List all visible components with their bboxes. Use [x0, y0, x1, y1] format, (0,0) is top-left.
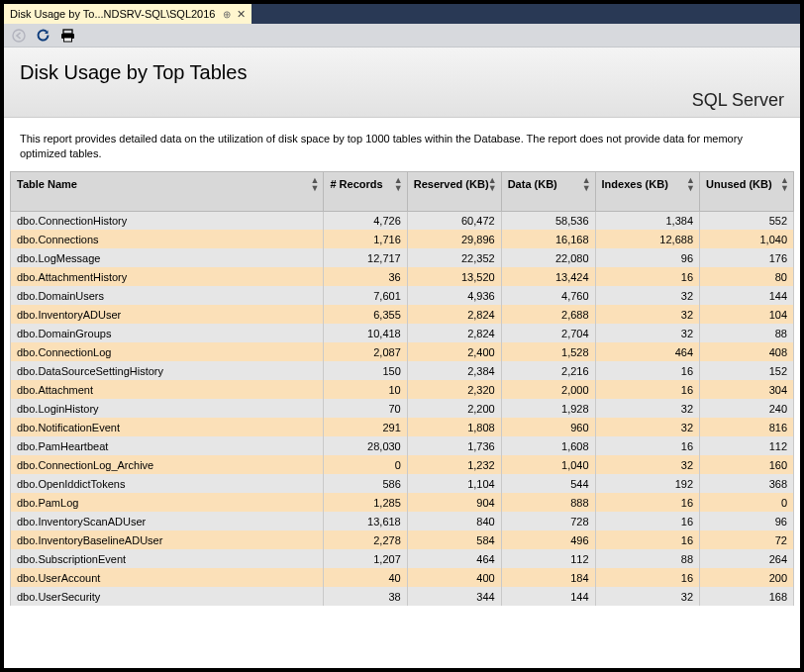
column-header-label: # Records [330, 178, 382, 190]
svg-rect-1 [63, 30, 72, 34]
sort-icon[interactable]: ▲ ▼ [780, 176, 789, 192]
cell-value: 816 [700, 418, 794, 436]
cell-table-name: dbo.PamLog [11, 493, 324, 512]
document-tab[interactable]: Disk Usage by To...NDSRV-SQL\SQL2016 ⊕ ✕ [4, 4, 251, 24]
cell-value: 496 [501, 530, 595, 549]
cell-value: 728 [501, 512, 595, 530]
cell-value: 32 [595, 399, 699, 418]
sort-icon[interactable]: ▲ ▼ [394, 176, 403, 192]
cell-table-name: dbo.DomainUsers [11, 286, 324, 305]
svg-point-0 [13, 30, 25, 42]
table-row[interactable]: dbo.ConnectionLog_Archive01,2321,0403216… [11, 455, 794, 474]
print-icon[interactable] [60, 29, 75, 43]
table-row[interactable]: dbo.DomainUsers7,6014,9364,76032144 [11, 286, 794, 305]
cell-value: 22,080 [501, 248, 595, 267]
cell-table-name: dbo.Connections [11, 230, 324, 248]
column-header[interactable]: Reserved (KB)▲ ▼ [407, 171, 501, 211]
close-icon[interactable]: ✕ [237, 8, 246, 21]
report-title: Disk Usage by Top Tables [20, 61, 784, 84]
cell-value: 464 [595, 342, 699, 361]
cell-table-name: dbo.OpenIddictTokens [11, 474, 324, 493]
title-bar: Disk Usage by To...NDSRV-SQL\SQL2016 ⊕ ✕ [4, 4, 800, 24]
cell-value: 112 [501, 549, 595, 568]
cell-value: 10,418 [324, 324, 407, 342]
cell-value: 304 [700, 380, 794, 399]
table-row[interactable]: dbo.InventoryBaselineADUser2,27858449616… [11, 530, 794, 549]
cell-table-name: dbo.UserSecurity [11, 587, 324, 606]
cell-value: 16 [595, 493, 699, 512]
table-row[interactable]: dbo.SubscriptionEvent1,20746411288264 [11, 549, 794, 568]
column-header-label: Indexes (KB) [602, 178, 668, 190]
table-row[interactable]: dbo.UserAccount4040018416200 [11, 568, 794, 587]
cell-table-name: dbo.Attachment [11, 380, 324, 399]
sort-icon[interactable]: ▲ ▼ [582, 176, 591, 192]
cell-table-name: dbo.InventoryBaselineADUser [11, 530, 324, 549]
table-row[interactable]: dbo.AttachmentHistory3613,52013,4241680 [11, 267, 794, 286]
cell-value: 1,608 [501, 436, 595, 455]
sort-icon[interactable]: ▲ ▼ [488, 176, 497, 192]
pin-icon[interactable]: ⊕ [223, 9, 231, 20]
cell-value: 552 [700, 211, 794, 230]
cell-value: 16 [595, 512, 699, 530]
cell-table-name: dbo.ConnectionHistory [11, 211, 324, 230]
cell-value: 2,824 [407, 324, 501, 342]
cell-value: 368 [700, 474, 794, 493]
cell-value: 80 [700, 267, 794, 286]
table-row[interactable]: dbo.DataSourceSettingHistory1502,3842,21… [11, 361, 794, 380]
cell-value: 60,472 [407, 211, 501, 230]
cell-value: 464 [407, 549, 501, 568]
table-row[interactable]: dbo.ConnectionHistory4,72660,47258,5361,… [11, 211, 794, 230]
cell-value: 58,536 [501, 211, 595, 230]
table-row[interactable]: dbo.Attachment102,3202,00016304 [11, 380, 794, 399]
table-row[interactable]: dbo.ConnectionLog2,0872,4001,528464408 [11, 342, 794, 361]
cell-value: 36 [324, 267, 407, 286]
sort-icon[interactable]: ▲ ▼ [310, 176, 319, 192]
table-row[interactable]: dbo.DomainGroups10,4182,8242,7043288 [11, 324, 794, 342]
cell-value: 4,760 [501, 286, 595, 305]
table-row[interactable]: dbo.LogMessage12,71722,35222,08096176 [11, 248, 794, 267]
cell-value: 144 [700, 286, 794, 305]
cell-value: 16,168 [501, 230, 595, 248]
refresh-icon[interactable] [36, 28, 50, 43]
table-row[interactable]: dbo.InventoryADUser6,3552,8242,68832104 [11, 305, 794, 324]
cell-value: 2,688 [501, 305, 595, 324]
table-row[interactable]: dbo.Connections1,71629,89616,16812,6881,… [11, 230, 794, 248]
cell-value: 16 [595, 380, 699, 399]
cell-value: 32 [595, 587, 699, 606]
table-row[interactable]: dbo.InventoryScanADUser13,6188407281696 [11, 512, 794, 530]
sort-icon[interactable]: ▲ ▼ [686, 176, 695, 192]
cell-value: 70 [324, 399, 407, 418]
cell-value: 2,216 [501, 361, 595, 380]
column-header[interactable]: Indexes (KB)▲ ▼ [595, 171, 699, 211]
table-row[interactable]: dbo.OpenIddictTokens5861,104544192368 [11, 474, 794, 493]
cell-table-name: dbo.ConnectionLog_Archive [11, 455, 324, 474]
cell-table-name: dbo.DataSourceSettingHistory [11, 361, 324, 380]
column-header[interactable]: Table Name▲ ▼ [11, 171, 324, 211]
cell-value: 200 [700, 568, 794, 587]
cell-value: 150 [324, 361, 407, 380]
cell-value: 16 [595, 361, 699, 380]
cell-value: 32 [595, 286, 699, 305]
table-row[interactable]: dbo.NotificationEvent2911,80896032816 [11, 418, 794, 436]
cell-value: 22,352 [407, 248, 501, 267]
cell-table-name: dbo.PamHeartbeat [11, 436, 324, 455]
cell-value: 904 [407, 493, 501, 512]
cell-value: 16 [595, 530, 699, 549]
table-row[interactable]: dbo.PamHeartbeat28,0301,7361,60816112 [11, 436, 794, 455]
column-header[interactable]: Unused (KB)▲ ▼ [700, 171, 794, 211]
column-header[interactable]: Data (KB)▲ ▼ [501, 171, 595, 211]
cell-value: 16 [595, 568, 699, 587]
cell-value: 344 [407, 587, 501, 606]
cell-value: 13,424 [501, 267, 595, 286]
cell-value: 1,716 [324, 230, 407, 248]
table-row[interactable]: dbo.UserSecurity3834414432168 [11, 587, 794, 606]
cell-value: 32 [595, 324, 699, 342]
cell-value: 112 [700, 436, 794, 455]
table-row[interactable]: dbo.LoginHistory702,2001,92832240 [11, 399, 794, 418]
svg-rect-3 [64, 38, 72, 42]
cell-value: 32 [595, 305, 699, 324]
cell-value: 72 [700, 530, 794, 549]
column-header[interactable]: # Records▲ ▼ [324, 171, 407, 211]
cell-value: 2,384 [407, 361, 501, 380]
table-row[interactable]: dbo.PamLog1,285904888160 [11, 493, 794, 512]
